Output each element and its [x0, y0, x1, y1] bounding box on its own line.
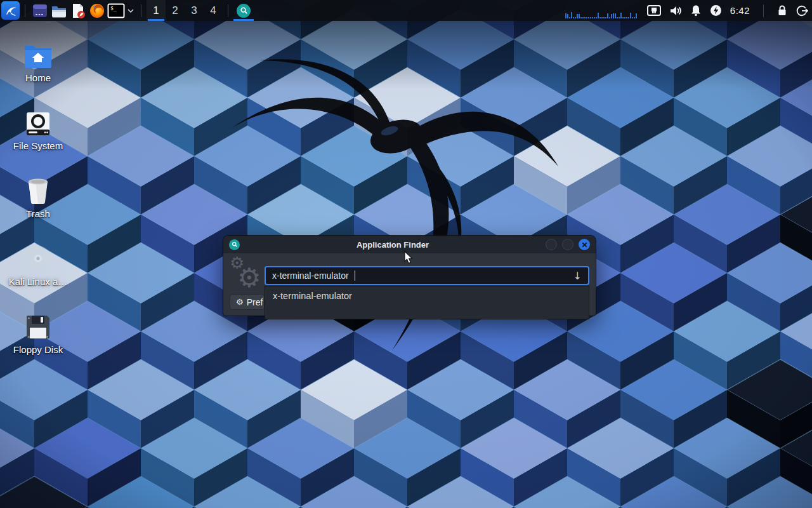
terminal-icon — [32, 3, 48, 19]
desktop-screen: $_ 1 2 3 4 — [0, 0, 812, 508]
panel-separator — [25, 4, 25, 17]
preferences-button[interactable]: ⚙ Pref — [230, 294, 265, 310]
desktop-icon-label: Floppy Disk — [8, 344, 69, 355]
power-manager-tray-button[interactable] — [710, 0, 722, 21]
window-title: Application Finder — [245, 240, 540, 250]
workspace-button-3[interactable]: 3 — [185, 0, 204, 21]
chevron-down-icon — [128, 9, 134, 13]
desktop-icon-label: Trash — [8, 208, 69, 219]
xterm-icon: $_ — [107, 3, 125, 18]
text-editor-launcher[interactable] — [69, 0, 88, 21]
firefox-launcher[interactable] — [88, 0, 107, 21]
search-input[interactable]: x-terminal-emulator ↓ — [265, 266, 589, 285]
xterm-glyph: $_ — [110, 6, 117, 11]
firefox-icon — [89, 3, 105, 19]
dropdown-arrow-icon[interactable]: ↓ — [573, 270, 582, 282]
logout-icon — [796, 4, 808, 17]
launcher-menu-chevron[interactable] — [126, 0, 136, 21]
taskbar-appfinder-button[interactable] — [233, 0, 254, 21]
close-button[interactable] — [579, 239, 590, 250]
desktop-icon-trash[interactable]: Trash — [8, 173, 69, 219]
desktop-icon-label: Kali Linux a… — [8, 276, 69, 287]
clock[interactable]: 6:42 — [730, 5, 750, 16]
workspace-button-2[interactable]: 2 — [166, 0, 185, 21]
lock-icon — [777, 4, 787, 17]
maximize-button[interactable] — [562, 239, 573, 250]
disc-icon — [8, 241, 69, 272]
volume-icon — [669, 5, 682, 17]
panel-separator — [763, 4, 764, 17]
completion-popup: x-terminal-emulator — [265, 286, 589, 319]
bell-icon — [690, 4, 702, 17]
lock-screen-button[interactable] — [777, 0, 787, 21]
panel-separator — [141, 4, 141, 17]
appfinder-gears-illustration: ⚙ ⚙ — [228, 256, 261, 293]
desktop-icon-home[interactable]: Home — [8, 37, 69, 83]
trash-can-icon — [8, 173, 69, 204]
workspace-button-4[interactable]: 4 — [204, 0, 223, 21]
workspace-label: 3 — [191, 4, 197, 17]
xterm-launcher[interactable]: $_ — [107, 0, 126, 21]
panel-left-group: $_ 1 2 3 4 — [0, 0, 254, 21]
gear-icon: ⚙ — [236, 297, 244, 307]
file-manager-launcher[interactable] — [49, 0, 69, 21]
desktop-icon-floppy-disk[interactable]: Floppy Disk — [8, 309, 69, 355]
network-tray-button[interactable] — [647, 0, 661, 21]
desktop-icon-kali-linux[interactable]: Kali Linux a… — [8, 241, 69, 287]
workspace-button-1[interactable]: 1 — [147, 0, 166, 21]
power-bolt-icon — [710, 4, 722, 17]
text-editor-icon — [70, 3, 86, 19]
desktop-icon-file-system[interactable]: File System — [8, 105, 69, 151]
window-appfinder-icon[interactable] — [229, 239, 240, 250]
floppy-disk-icon — [8, 309, 69, 340]
volume-tray-button[interactable] — [669, 0, 682, 21]
cpu-graph[interactable] — [565, 3, 639, 19]
workspace-label: 4 — [210, 4, 216, 17]
result-item[interactable]: x-terminal-emulator — [265, 286, 589, 305]
gear-icon: ⚙ — [237, 262, 261, 293]
appfinder-taskbar-icon — [237, 4, 251, 18]
notifications-tray-button[interactable] — [690, 0, 702, 21]
panel-separator — [228, 4, 228, 17]
preferences-label: Pref — [247, 297, 263, 307]
workspace-label: 1 — [153, 4, 159, 17]
search-input-value: x-terminal-emulator — [272, 271, 349, 281]
file-manager-icon — [51, 3, 67, 19]
terminal-launcher[interactable] — [30, 0, 49, 21]
network-icon — [647, 5, 661, 16]
desktop-icon-label: Home — [8, 72, 69, 83]
logout-button[interactable] — [796, 0, 808, 21]
home-folder-icon — [8, 37, 69, 69]
mouse-cursor — [404, 251, 414, 265]
panel-right-group: 6:42 — [565, 0, 812, 21]
text-caret — [355, 271, 355, 281]
desktop-icon-label: File System — [8, 140, 69, 151]
minimize-button[interactable] — [546, 239, 557, 250]
close-icon — [582, 242, 587, 248]
workspace-label: 2 — [172, 4, 178, 17]
application-finder-window: Application Finder ⚙ ⚙ x-terminal-emulat… — [223, 236, 596, 316]
hard-drive-icon — [8, 105, 69, 137]
kali-menu-button[interactable] — [1, 1, 20, 20]
kali-logo-icon — [4, 4, 18, 18]
top-panel: $_ 1 2 3 4 — [0, 0, 812, 21]
